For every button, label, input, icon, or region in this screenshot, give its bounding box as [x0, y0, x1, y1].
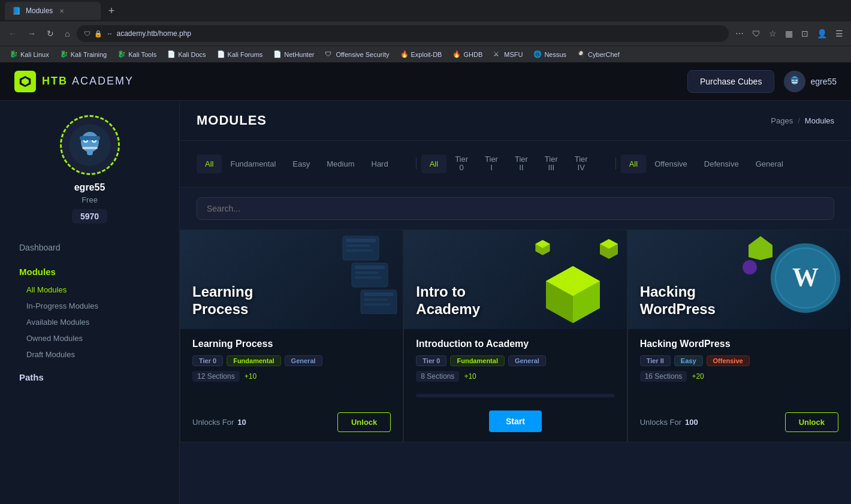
card-body-intro: Introduction to Academy Tier 0 Fundament… — [404, 329, 626, 387]
filter-all-category[interactable]: All — [621, 155, 646, 173]
filter-all-difficulty[interactable]: All — [197, 155, 222, 173]
sidebar-item-dashboard[interactable]: Dashboard — [12, 238, 167, 257]
bookmark-kali-linux[interactable]: 🐉 Kali Linux — [5, 49, 54, 60]
sections-row-hacking: 16 Sections +20 — [640, 371, 838, 382]
filter-hard[interactable]: Hard — [363, 155, 397, 173]
sidebar-item-all-modules[interactable]: All Modules — [12, 282, 167, 298]
svg-rect-16 — [87, 150, 93, 155]
sidebar-item-owned[interactable]: Owned Modules — [12, 330, 167, 346]
green-shape-hacking — [749, 236, 772, 260]
bookmark-cyberchef[interactable]: 🍳 CyberChef — [572, 49, 624, 60]
bookmark-button[interactable]: ☆ — [766, 28, 780, 40]
filter-tier-iii[interactable]: TierIII — [536, 150, 566, 177]
card-body-learning: Learning Process Tier 0 Fundamental Gene… — [180, 329, 403, 405]
sidebar-toggle-button[interactable]: ▦ — [782, 28, 796, 40]
start-button-intro[interactable]: Start — [489, 411, 542, 432]
lock-icon: 🔒 — [94, 30, 102, 38]
profile-area: egre55 Free 5970 — [12, 115, 167, 224]
kali-training-icon: 🐉 — [60, 50, 68, 59]
filter-general[interactable]: General — [747, 155, 792, 173]
category-filter-group: All Offensive Defensive General — [621, 155, 792, 173]
reload-button[interactable]: ↻ — [43, 26, 58, 41]
module-title-intro: Introduction to Academy — [416, 339, 614, 349]
bookmark-exploit-db[interactable]: 🔥 Exploit-DB — [396, 49, 447, 60]
unlock-button-hacking[interactable]: Unlock — [785, 412, 838, 432]
tags-row-hacking: Tier II Easy Offensive — [640, 355, 838, 366]
tag-tier0-intro: Tier 0 — [416, 355, 446, 366]
unlocks-label-learning: Unlocks For 10 — [192, 418, 246, 427]
modules-grid: LearningProcess Learning Process Tier 0 … — [180, 230, 851, 442]
svg-rect-19 — [346, 245, 370, 247]
sections-extra-intro: +10 — [464, 372, 476, 381]
filter-tier-iv[interactable]: TierIV — [566, 150, 596, 177]
avatar-circle — [784, 71, 805, 92]
kali-tools-icon: 🐉 — [117, 50, 126, 59]
svg-rect-20 — [346, 249, 373, 252]
card-image-learning-process: LearningProcess — [180, 230, 403, 329]
logo-box — [14, 71, 36, 92]
nessus-icon: 🌐 — [533, 50, 542, 59]
filter-tier-ii[interactable]: TierII — [506, 150, 536, 177]
address-bar[interactable]: 🛡 🔒 ↔ academy.htb/home.php — [77, 25, 729, 42]
svg-marker-40 — [749, 236, 772, 260]
unlock-button-learning[interactable]: Unlock — [337, 412, 391, 432]
learning-process-decoration — [295, 230, 403, 314]
bookmark-kali-tools[interactable]: 🐉 Kali Tools — [113, 49, 161, 60]
tier-filter-group: All Tier0 TierI TierII TierIII TierIV — [421, 150, 596, 177]
bookmark-nethunter[interactable]: 📄 NetHunter — [268, 49, 319, 60]
screenshot-button[interactable]: ⊡ — [798, 28, 811, 40]
back-button[interactable]: ← — [5, 26, 20, 41]
tag-tier2-hacking: Tier II — [640, 355, 671, 366]
module-card-intro-academy: Intro toAcademy Introduction to Academy … — [403, 230, 627, 442]
bookmark-msfu[interactable]: ⚔ MSFU — [488, 49, 527, 60]
forward-button[interactable]: → — [24, 26, 40, 41]
sidebar-item-draft[interactable]: Draft Modules — [12, 346, 167, 363]
account-button[interactable]: 👤 — [814, 28, 830, 40]
tag-offensive-hacking: Offensive — [707, 355, 750, 366]
profile-avatar-image — [69, 124, 111, 166]
module-title-hacking: Hacking WordPress — [640, 339, 838, 349]
header-right: Purchase Cubes egre55 — [687, 70, 837, 93]
sections-count-learning: 12 Sections — [192, 371, 240, 382]
purchase-cubes-button[interactable]: Purchase Cubes — [687, 70, 775, 93]
module-card-learning-process: LearningProcess Learning Process Tier 0 … — [180, 230, 403, 442]
tag-tier0-learning: Tier 0 — [192, 355, 223, 366]
user-avatar[interactable]: egre55 — [784, 71, 837, 92]
bookmark-nessus[interactable]: 🌐 Nessus — [529, 49, 571, 60]
filter-divider-1 — [416, 158, 417, 170]
tag-fundamental-intro: Fundamental — [450, 355, 504, 366]
bookmark-kali-forums[interactable]: 📄 Kali Forums — [212, 49, 268, 60]
bookmark-kali-training[interactable]: 🐉 Kali Training — [55, 49, 112, 60]
card-footer-learning: Unlocks For 10 Unlock — [180, 405, 403, 442]
extensions-button[interactable]: ⋯ — [732, 28, 747, 40]
bookmark-ghdb[interactable]: 🔥 GHDB — [448, 49, 487, 60]
profile-avatar — [60, 115, 120, 175]
svg-rect-22 — [355, 265, 385, 269]
filter-offensive[interactable]: Offensive — [646, 155, 696, 173]
new-tab-button[interactable]: + — [103, 2, 120, 19]
progress-bar-intro — [416, 394, 614, 397]
filter-tier-0[interactable]: Tier0 — [446, 150, 476, 177]
sidebar-item-available[interactable]: Available Modules — [12, 314, 167, 330]
filter-defensive[interactable]: Defensive — [696, 155, 747, 173]
exploit-db-icon: 🔥 — [400, 50, 409, 59]
bookmark-offensive-security[interactable]: 🛡 Offensive Security — [320, 49, 394, 60]
filter-tier-i[interactable]: TierI — [476, 150, 506, 177]
filter-fundamental[interactable]: Fundamental — [222, 155, 284, 173]
bookmark-kali-docs[interactable]: 📄 Kali Docs — [162, 49, 210, 60]
filter-medium[interactable]: Medium — [318, 155, 363, 173]
card-body-hacking: Hacking WordPress Tier II Easy Offensive… — [628, 329, 850, 405]
tag-easy-hacking: Easy — [674, 355, 703, 366]
browser-tab[interactable]: 📘 Modules ✕ — [5, 2, 101, 20]
search-input[interactable] — [197, 197, 834, 220]
shield-button[interactable]: 🛡 — [749, 28, 764, 40]
filter-all-tier[interactable]: All — [421, 155, 446, 173]
menu-button[interactable]: ☰ — [832, 28, 846, 40]
home-button[interactable]: ⌂ — [61, 26, 73, 41]
sidebar-item-in-progress[interactable]: In-Progress Modules — [12, 298, 167, 314]
svg-rect-23 — [355, 271, 379, 274]
url-text: academy.htb/home.php — [116, 29, 722, 38]
card-image-hacking: W HackingWordPress — [628, 230, 850, 329]
tab-close-button[interactable]: ✕ — [58, 7, 66, 15]
filter-easy[interactable]: Easy — [284, 155, 318, 173]
